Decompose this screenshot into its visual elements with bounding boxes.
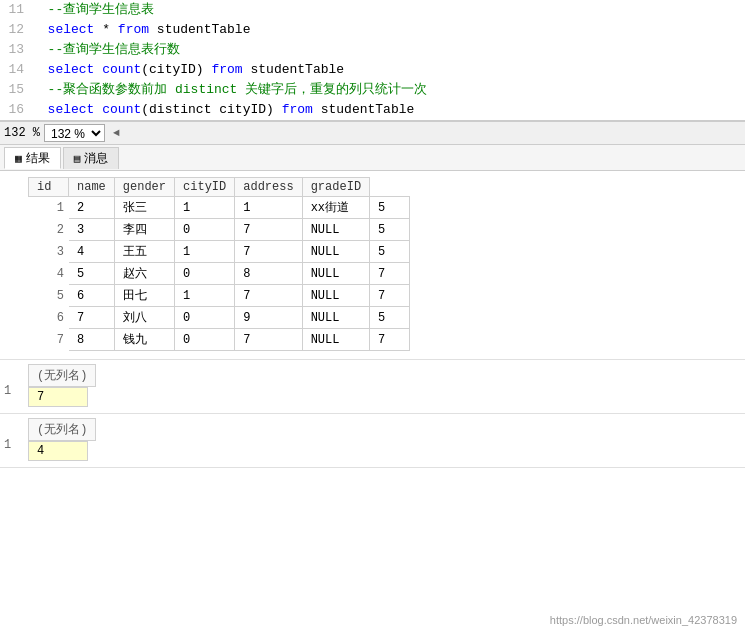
- line-number: 15: [0, 80, 32, 100]
- keyword: select: [48, 102, 95, 117]
- line-content: --查询学生信息表行数: [32, 40, 745, 60]
- cell-gradeID: 5: [370, 307, 410, 329]
- line-number: 13: [0, 40, 32, 60]
- row-number: 1: [29, 197, 69, 219]
- row-number: 3: [29, 241, 69, 263]
- cell-address: NULL: [302, 329, 369, 351]
- tab-results-label: 结果: [26, 150, 50, 167]
- table-row: 34王五17NULL5: [29, 241, 410, 263]
- results-icon: ▦: [15, 152, 22, 165]
- keyword: from: [118, 22, 149, 37]
- row-number: 7: [29, 329, 69, 351]
- cell-id: 5: [69, 263, 115, 285]
- table-header-row: id name gender cityID address gradeID: [29, 178, 410, 197]
- col-header-noname-2: (无列名): [28, 418, 96, 441]
- code-line-15: 15 --聚合函数参数前加 distinct 关键字后，重复的列只统计一次: [0, 80, 745, 100]
- cell-address: NULL: [302, 285, 369, 307]
- line-number: 11: [0, 0, 32, 20]
- result-panel-2: 1 (无列名) 7: [0, 360, 745, 414]
- keyword: from: [211, 62, 242, 77]
- cell-gender: 0: [175, 219, 235, 241]
- cell-gradeID: 7: [370, 329, 410, 351]
- results-area: id name gender cityID address gradeID 12…: [0, 171, 745, 468]
- result-panel-1: id name gender cityID address gradeID 12…: [0, 171, 745, 360]
- code-editor: 11 --查询学生信息表 12 select * from studentTab…: [0, 0, 745, 121]
- line-content: select * from studentTable: [32, 20, 745, 40]
- code-line-12: 12 select * from studentTable: [0, 20, 745, 40]
- code-line-16: 16 select count(distinct cityID) from st…: [0, 100, 745, 120]
- result-panel-3: 1 (无列名) 4: [0, 414, 745, 468]
- row-number: 4: [29, 263, 69, 285]
- line-content: select count(distinct cityID) from stude…: [32, 100, 745, 120]
- cell-gradeID: 5: [370, 197, 410, 219]
- row-number: 5: [29, 285, 69, 307]
- cell-address: NULL: [302, 307, 369, 329]
- cell-gradeID: 7: [370, 285, 410, 307]
- cell-address: NULL: [302, 219, 369, 241]
- table-row: 45赵六08NULL7: [29, 263, 410, 285]
- col-header-noname-1: (无列名): [28, 364, 96, 387]
- line-number: 14: [0, 60, 32, 80]
- code-line-14: 14 select count(cityID) from studentTabl…: [0, 60, 745, 80]
- cell-gradeID: 7: [370, 263, 410, 285]
- code-line-13: 13 --查询学生信息表行数: [0, 40, 745, 60]
- table-row: 23李四07NULL5: [29, 219, 410, 241]
- keyword: select: [48, 22, 95, 37]
- count-value-1: 7: [28, 387, 88, 407]
- cell-gradeID: 5: [370, 219, 410, 241]
- tab-results[interactable]: ▦ 结果: [4, 147, 61, 169]
- keyword: from: [282, 102, 313, 117]
- cell-cityID: 1: [235, 197, 302, 219]
- col-header-address: address: [235, 178, 302, 197]
- cell-cityID: 7: [235, 285, 302, 307]
- zoom-dropdown[interactable]: 132 % 100 % 150 %: [44, 124, 105, 142]
- cell-name: 钱九: [114, 329, 174, 351]
- cell-id: 3: [69, 219, 115, 241]
- watermark: https://blog.csdn.net/weixin_42378319: [550, 614, 737, 626]
- cell-gender: 0: [175, 329, 235, 351]
- table-row: 78钱九07NULL7: [29, 329, 410, 351]
- row-number: 2: [29, 219, 69, 241]
- zoom-label: 132 %: [4, 126, 40, 140]
- cell-address: xx街道: [302, 197, 369, 219]
- col-header-gender: gender: [114, 178, 174, 197]
- count-distinct-value: 4: [28, 441, 88, 461]
- cell-cityID: 8: [235, 263, 302, 285]
- cell-gender: 1: [175, 285, 235, 307]
- status-bar: 132 % 132 % 100 % 150 % ◄: [0, 121, 745, 145]
- cell-name: 张三: [114, 197, 174, 219]
- keyword-count: count: [102, 62, 141, 77]
- cell-cityID: 7: [235, 329, 302, 351]
- comment-text: --查询学生信息表: [48, 2, 155, 17]
- line-content: select count(cityID) from studentTable: [32, 60, 745, 80]
- cell-gender: 1: [175, 197, 235, 219]
- tab-messages[interactable]: ▤ 消息: [63, 147, 120, 169]
- cell-gender: 0: [175, 307, 235, 329]
- cell-id: 8: [69, 329, 115, 351]
- cell-gradeID: 5: [370, 241, 410, 263]
- cell-name: 王五: [114, 241, 174, 263]
- cell-gender: 0: [175, 263, 235, 285]
- comment-text: --聚合函数参数前加 distinct 关键字后，重复的列只统计一次: [48, 82, 428, 97]
- cell-name: 田七: [114, 285, 174, 307]
- cell-id: 6: [69, 285, 115, 307]
- cell-name: 刘八: [114, 307, 174, 329]
- cell-cityID: 9: [235, 307, 302, 329]
- tabs-bar: ▦ 结果 ▤ 消息: [0, 145, 745, 171]
- cell-id: 2: [69, 197, 115, 219]
- tab-messages-label: 消息: [84, 150, 108, 167]
- cell-cityID: 7: [235, 241, 302, 263]
- col-header-id: id: [29, 178, 69, 197]
- line-content: --查询学生信息表: [32, 0, 745, 20]
- row-number: 6: [29, 307, 69, 329]
- table-row: 56田七17NULL7: [29, 285, 410, 307]
- messages-icon: ▤: [74, 152, 81, 165]
- cell-cityID: 7: [235, 219, 302, 241]
- cell-gender: 1: [175, 241, 235, 263]
- scroll-left-icon[interactable]: ◄: [113, 127, 120, 139]
- cell-address: NULL: [302, 241, 369, 263]
- student-table: id name gender cityID address gradeID 12…: [28, 177, 410, 351]
- table-row: 67刘八09NULL5: [29, 307, 410, 329]
- comment-text: --查询学生信息表行数: [48, 42, 181, 57]
- cell-id: 7: [69, 307, 115, 329]
